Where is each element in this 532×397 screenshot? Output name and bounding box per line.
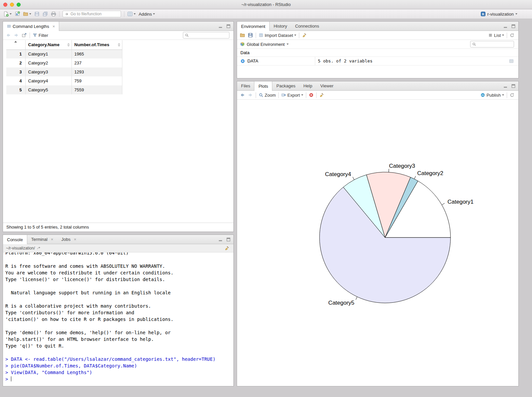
tab-jobs[interactable]: Jobs × bbox=[57, 235, 80, 244]
table-row[interactable]: 1Category11965 bbox=[6, 50, 122, 58]
window-minimize-button[interactable] bbox=[10, 3, 14, 7]
sort-arrows-icon bbox=[118, 43, 120, 47]
maximize-pane-icon[interactable] bbox=[226, 24, 231, 29]
divider bbox=[278, 92, 279, 98]
console-output[interactable]: Platform: x86_64-apple-darwin15.6.0 (64-… bbox=[3, 252, 233, 386]
column-header-category-name[interactable]: Category.Name bbox=[25, 40, 71, 50]
new-file-button[interactable] bbox=[3, 11, 12, 17]
goto-arrow-icon bbox=[65, 12, 69, 16]
tab-label: Viewer bbox=[320, 83, 333, 88]
open-in-new-window-icon[interactable] bbox=[22, 33, 27, 38]
close-tab-icon[interactable]: × bbox=[74, 237, 76, 242]
minimize-pane-icon[interactable] bbox=[503, 24, 508, 29]
clear-environment-icon[interactable] bbox=[302, 33, 307, 38]
save-workspace-icon[interactable] bbox=[248, 33, 253, 38]
console-output-line: 'citation()' on how to cite R or R packa… bbox=[5, 316, 233, 323]
view-data-grid-icon[interactable] bbox=[509, 59, 514, 63]
clear-all-plots-icon[interactable] bbox=[319, 93, 324, 97]
maximize-pane-icon[interactable] bbox=[511, 24, 516, 29]
environment-tabbar: Environment History Connections bbox=[237, 22, 518, 31]
cell-number-of-times: 759 bbox=[71, 76, 122, 85]
tab-history[interactable]: History bbox=[270, 22, 291, 31]
open-file-button[interactable] bbox=[23, 11, 31, 17]
zoom-button[interactable]: Zoom bbox=[259, 93, 276, 98]
tab-command-lengths[interactable]: Command Lengths × bbox=[3, 22, 59, 31]
table-row[interactable]: 3Category31293 bbox=[6, 67, 122, 76]
pie-label-tick bbox=[442, 203, 445, 205]
forward-icon[interactable] bbox=[14, 33, 19, 38]
filter-icon bbox=[33, 33, 37, 38]
import-dataset-button[interactable]: Import Dataset bbox=[259, 33, 296, 38]
refresh-icon[interactable] bbox=[510, 93, 514, 97]
print-icon[interactable] bbox=[51, 11, 56, 17]
remove-plot-icon[interactable] bbox=[309, 93, 314, 97]
cell-category-name: Category3 bbox=[25, 67, 71, 76]
working-directory: ~/r-visualization/ bbox=[6, 246, 35, 250]
maximize-pane-icon[interactable] bbox=[511, 84, 516, 88]
table-row[interactable]: 2Category2237 bbox=[6, 58, 122, 67]
filter-button[interactable]: Filter bbox=[33, 33, 48, 38]
row-number: 4 bbox=[6, 76, 25, 85]
chevron-down-icon bbox=[301, 94, 303, 96]
forward-icon[interactable] bbox=[248, 92, 253, 98]
addins-button[interactable]: Addins bbox=[139, 12, 155, 17]
minimize-pane-icon[interactable] bbox=[218, 24, 223, 29]
list-view-button[interactable]: List bbox=[488, 33, 504, 38]
table-row[interactable]: 4Category4759 bbox=[6, 76, 122, 85]
refresh-icon[interactable] bbox=[510, 33, 514, 38]
window-controls bbox=[3, 3, 21, 7]
publish-button[interactable]: Publish bbox=[480, 93, 504, 98]
clear-console-icon[interactable] bbox=[224, 246, 229, 250]
environment-scope-label[interactable]: Global Environment bbox=[247, 42, 285, 47]
row-number: 2 bbox=[6, 58, 25, 67]
console-output-line: Natural language support but running in … bbox=[5, 289, 233, 296]
pane-layout-button[interactable] bbox=[127, 11, 136, 17]
export-button[interactable]: Export bbox=[281, 93, 303, 98]
save-all-icon[interactable] bbox=[43, 11, 48, 17]
tab-terminal[interactable]: Terminal × bbox=[27, 235, 58, 244]
console-output-line: Type 'contributors()' for more informati… bbox=[5, 309, 233, 316]
window-zoom-button[interactable] bbox=[17, 3, 21, 7]
environment-scope-bar: Global Environment bbox=[237, 40, 518, 49]
row-number-header[interactable] bbox=[6, 40, 25, 50]
tab-packages[interactable]: Packages bbox=[272, 81, 299, 90]
goto-directory-icon[interactable] bbox=[37, 246, 41, 250]
new-project-button[interactable] bbox=[15, 11, 20, 17]
project-selector[interactable]: r-visualization bbox=[480, 11, 517, 17]
tab-help[interactable]: Help bbox=[299, 81, 316, 90]
environment-object-row[interactable]: DATA 5 obs. of 2 variables bbox=[237, 57, 518, 65]
environment-search-input[interactable] bbox=[470, 41, 514, 48]
back-icon[interactable] bbox=[240, 92, 245, 98]
minimize-pane-icon[interactable] bbox=[218, 237, 223, 242]
goto-file-box[interactable] bbox=[63, 11, 121, 17]
tab-console[interactable]: Console bbox=[3, 235, 27, 244]
table-row[interactable]: 5Category57559 bbox=[6, 85, 122, 94]
tab-plots[interactable]: Plots bbox=[254, 81, 272, 91]
tab-label: Files bbox=[241, 83, 250, 88]
plots-pane: Files Plots Packages Help Viewer bbox=[237, 81, 519, 386]
console-output-line: 'help.start()' for an HTML browser inter… bbox=[5, 336, 233, 343]
new-file-icon bbox=[3, 11, 9, 17]
tab-environment[interactable]: Environment bbox=[237, 22, 270, 31]
tab-connections[interactable]: Connections bbox=[291, 22, 323, 31]
close-tab-icon[interactable]: × bbox=[53, 24, 55, 29]
console-output-line: Type 'q()' to quit R. bbox=[5, 343, 233, 349]
maximize-pane-icon[interactable] bbox=[226, 237, 231, 242]
window-close-button[interactable] bbox=[3, 3, 7, 7]
tab-files[interactable]: Files bbox=[237, 81, 254, 90]
object-expand-icon[interactable] bbox=[240, 59, 245, 63]
table-search-input[interactable] bbox=[183, 32, 229, 39]
cell-number-of-times: 1293 bbox=[71, 67, 122, 76]
load-workspace-icon[interactable] bbox=[240, 33, 245, 38]
goto-file-input[interactable] bbox=[70, 12, 122, 16]
minimize-pane-icon[interactable] bbox=[503, 84, 508, 88]
column-header-number-of-times[interactable]: Number.of.Times bbox=[71, 40, 122, 50]
tab-viewer[interactable]: Viewer bbox=[316, 81, 337, 90]
save-icon[interactable] bbox=[34, 11, 40, 17]
environment-pane: Environment History Connections Import D… bbox=[237, 21, 519, 78]
console-output-line bbox=[5, 296, 233, 303]
close-tab-icon[interactable]: × bbox=[51, 237, 54, 242]
back-icon[interactable] bbox=[6, 33, 11, 38]
sort-arrows-icon bbox=[67, 43, 70, 47]
import-dataset-icon bbox=[259, 33, 263, 38]
